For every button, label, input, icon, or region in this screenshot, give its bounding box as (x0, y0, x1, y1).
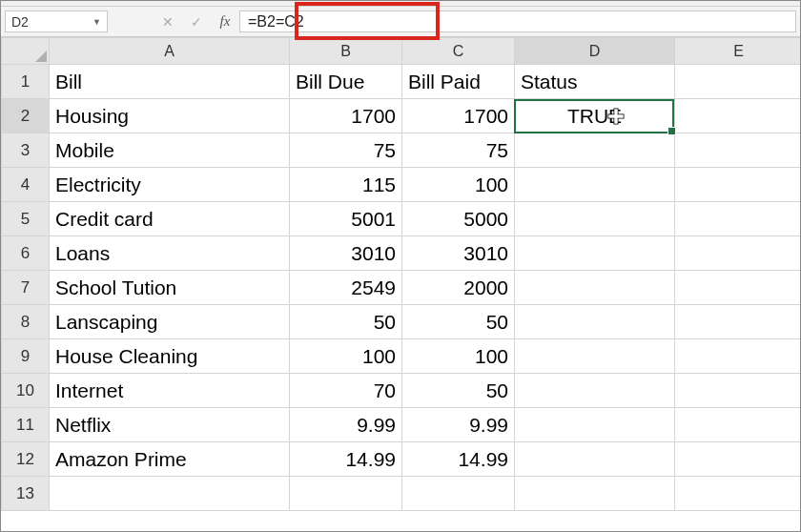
col-header-D[interactable]: D (515, 38, 675, 65)
cell-B11[interactable]: 9.99 (290, 408, 402, 442)
cell-A12[interactable]: Amazon Prime (50, 442, 290, 477)
cell-D8[interactable] (515, 305, 675, 339)
cell-C9[interactable]: 100 (402, 339, 515, 374)
cell-D6[interactable] (515, 236, 675, 271)
cell-E13[interactable] (675, 477, 802, 511)
col-header-A[interactable]: A (50, 38, 290, 65)
row-header[interactable]: 7 (2, 271, 50, 305)
cell-A8[interactable]: Lanscaping (50, 305, 290, 339)
cell-D9[interactable] (515, 339, 675, 374)
col-header-C[interactable]: C (402, 38, 515, 65)
cell-A11[interactable]: Netflix (50, 408, 290, 442)
name-box[interactable]: D2 ▼ (5, 10, 108, 32)
cell-E4[interactable] (675, 168, 802, 202)
row-header[interactable]: 12 (2, 442, 50, 477)
cell-D11[interactable] (515, 408, 675, 442)
cell-A4[interactable]: Electricity (50, 168, 290, 202)
cell-B13[interactable] (290, 477, 402, 511)
cell-E10[interactable] (675, 374, 802, 408)
cell-E8[interactable] (675, 305, 802, 339)
cell-A2[interactable]: Housing (50, 99, 290, 133)
row-header[interactable]: 3 (2, 133, 50, 168)
cell-E3[interactable] (675, 133, 802, 168)
cell-D4[interactable] (515, 168, 675, 202)
cell-B8[interactable]: 50 (290, 305, 402, 339)
cell-C7[interactable]: 2000 (402, 271, 515, 305)
cell-C5[interactable]: 5000 (402, 202, 515, 236)
cell-A13[interactable] (50, 477, 290, 511)
cell-B6[interactable]: 3010 (290, 236, 402, 271)
sheet-table[interactable]: A B C D E 1 Bill Bill Due Bill Paid Stat… (1, 37, 801, 511)
cell-A5[interactable]: Credit card (50, 202, 290, 236)
cell-D12[interactable] (515, 442, 675, 477)
cell-C11[interactable]: 9.99 (402, 408, 515, 442)
table-row: 4 Electricity 115 100 (2, 168, 802, 202)
col-header-B[interactable]: B (290, 38, 402, 65)
cell-B12[interactable]: 14.99 (290, 442, 402, 477)
cell-D5[interactable] (515, 202, 675, 236)
row-header[interactable]: 6 (2, 236, 50, 271)
fx-icon[interactable]: fx (211, 7, 239, 36)
cell-E2[interactable] (675, 99, 802, 133)
cell-B4[interactable]: 115 (290, 168, 402, 202)
cell-C10[interactable]: 50 (402, 374, 515, 408)
cell-B10[interactable]: 70 (290, 374, 402, 408)
cell-B2[interactable]: 1700 (290, 99, 402, 133)
cell-A6[interactable]: Loans (50, 236, 290, 271)
col-header-E[interactable]: E (675, 38, 802, 65)
row-header[interactable]: 1 (2, 65, 50, 99)
table-row: 3 Mobile 75 75 (2, 133, 802, 168)
cell-A3[interactable]: Mobile (50, 133, 290, 168)
row-header[interactable]: 11 (2, 408, 50, 442)
row-header[interactable]: 13 (2, 477, 50, 511)
cell-C12[interactable]: 14.99 (402, 442, 515, 477)
cell-C1[interactable]: Bill Paid (402, 65, 515, 99)
row-header[interactable]: 4 (2, 168, 50, 202)
cell-C6[interactable]: 3010 (402, 236, 515, 271)
formula-input[interactable]: =B2=C2 (239, 10, 796, 32)
formula-bar: D2 ▼ ✕ ✓ fx =B2=C2 (1, 7, 800, 37)
accept-icon[interactable]: ✓ (182, 7, 211, 36)
cancel-icon[interactable]: ✕ (154, 7, 182, 36)
cell-A1[interactable]: Bill (50, 65, 290, 99)
cell-A7[interactable]: School Tution (50, 271, 290, 305)
cell-D3[interactable] (515, 133, 675, 168)
cell-E5[interactable] (675, 202, 802, 236)
cell-E6[interactable] (675, 236, 802, 271)
chevron-down-icon[interactable]: ▼ (92, 17, 101, 27)
cell-C4[interactable]: 100 (402, 168, 515, 202)
cell-C8[interactable]: 50 (402, 305, 515, 339)
cell-B5[interactable]: 5001 (290, 202, 402, 236)
cell-D10[interactable] (515, 374, 675, 408)
table-row: 13 (2, 477, 802, 511)
row-header[interactable]: 2 (2, 99, 50, 133)
row-header[interactable]: 5 (2, 202, 50, 236)
column-header-row: A B C D E (2, 38, 802, 65)
cell-C13[interactable] (402, 477, 515, 511)
cell-E12[interactable] (675, 442, 802, 477)
spreadsheet-grid[interactable]: A B C D E 1 Bill Bill Due Bill Paid Stat… (1, 37, 800, 511)
cell-E1[interactable] (675, 65, 802, 99)
cell-A9[interactable]: House Cleaning (50, 339, 290, 374)
row-header[interactable]: 9 (2, 339, 50, 374)
cell-E9[interactable] (675, 339, 802, 374)
cell-B3[interactable]: 75 (290, 133, 402, 168)
table-row: 6 Loans 3010 3010 (2, 236, 802, 271)
cell-D2[interactable]: TRUE (515, 99, 675, 133)
table-row: 12 Amazon Prime 14.99 14.99 (2, 442, 802, 477)
select-all-corner[interactable] (2, 38, 50, 65)
cell-E7[interactable] (675, 271, 802, 305)
cell-D7[interactable] (515, 271, 675, 305)
cell-E11[interactable] (675, 408, 802, 442)
table-row: 9 House Cleaning 100 100 (2, 339, 802, 374)
cell-C3[interactable]: 75 (402, 133, 515, 168)
cell-A10[interactable]: Internet (50, 374, 290, 408)
row-header[interactable]: 10 (2, 374, 50, 408)
row-header[interactable]: 8 (2, 305, 50, 339)
cell-B9[interactable]: 100 (290, 339, 402, 374)
cell-C2[interactable]: 1700 (402, 99, 515, 133)
cell-D13[interactable] (515, 477, 675, 511)
cell-B1[interactable]: Bill Due (290, 65, 402, 99)
cell-D1[interactable]: Status (515, 65, 675, 99)
cell-B7[interactable]: 2549 (290, 271, 402, 305)
